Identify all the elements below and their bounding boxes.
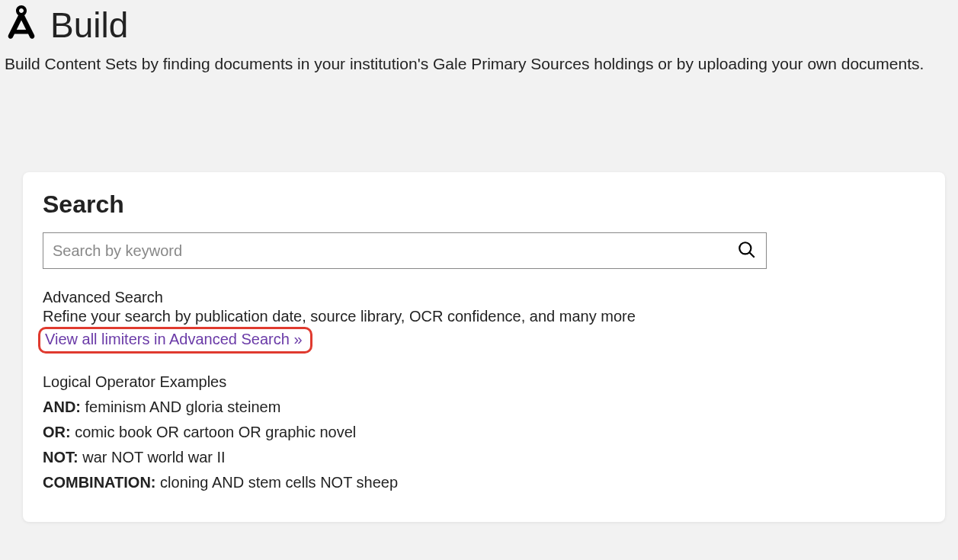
operator-text: feminism AND gloria steinem xyxy=(85,398,281,415)
title-row: Build xyxy=(5,5,953,46)
search-box xyxy=(43,232,767,269)
search-button[interactable] xyxy=(737,240,757,262)
operators-list: AND: feminism AND gloria steinem OR: com… xyxy=(43,398,925,491)
operator-example: COMBINATION: cloning AND stem cells NOT … xyxy=(43,474,925,491)
svg-line-1 xyxy=(749,252,755,258)
advanced-search-heading: Advanced Search xyxy=(43,289,925,306)
advanced-link-highlight: View all limiters in Advanced Search » xyxy=(38,327,312,354)
operators-heading: Logical Operator Examples xyxy=(43,373,925,391)
operator-text: comic book OR cartoon OR graphic novel xyxy=(75,424,356,440)
operator-label: COMBINATION: xyxy=(43,474,156,491)
search-icon xyxy=(737,240,757,262)
search-heading: Search xyxy=(43,190,925,219)
page-subtitle: Build Content Sets by finding documents … xyxy=(5,55,953,73)
operator-example: AND: feminism AND gloria steinem xyxy=(43,398,925,416)
search-input[interactable] xyxy=(53,242,737,260)
operator-label: OR: xyxy=(43,424,71,440)
page-title: Build xyxy=(50,5,128,46)
operator-label: AND: xyxy=(43,398,81,415)
page-header: Build Build Content Sets by finding docu… xyxy=(0,0,958,73)
advanced-search-desc: Refine your search by publication date, … xyxy=(43,308,925,325)
build-tool-icon xyxy=(5,5,41,45)
svg-point-0 xyxy=(739,242,751,254)
operator-example: NOT: war NOT world war II xyxy=(43,449,925,466)
advanced-search-link[interactable]: View all limiters in Advanced Search » xyxy=(45,331,303,347)
operator-text: war NOT world war II xyxy=(82,449,225,466)
operator-example: OR: comic book OR cartoon OR graphic nov… xyxy=(43,424,925,441)
operator-label: NOT: xyxy=(43,449,78,466)
operator-text: cloning AND stem cells NOT sheep xyxy=(160,474,398,491)
search-card: Search Advanced Search Refine your searc… xyxy=(23,172,945,522)
